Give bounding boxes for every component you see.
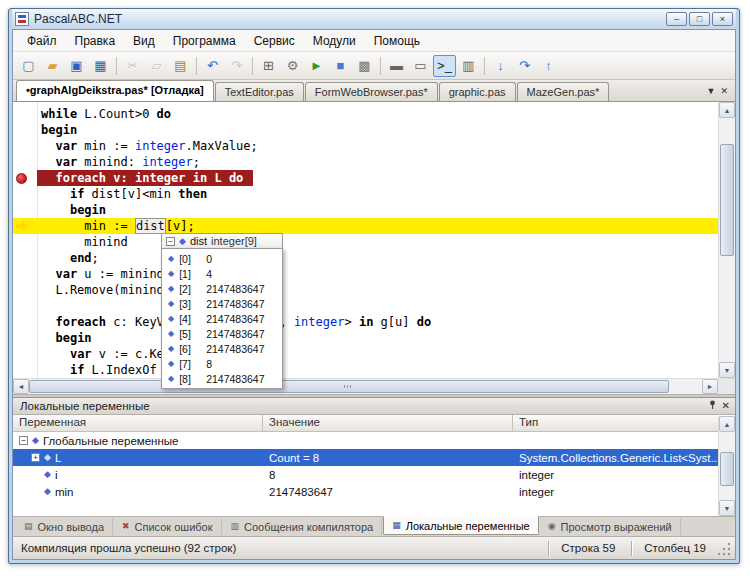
scrollbar-thumb[interactable] bbox=[29, 380, 669, 393]
bottom-tab-output-window[interactable]: ▤Окно вывода bbox=[16, 518, 113, 535]
column-header-type[interactable]: Тип bbox=[513, 415, 718, 431]
variable-row-var-l[interactable]: +◆LCount = 8System.Collections.Generic.L… bbox=[13, 449, 718, 466]
menu-item-view[interactable]: Вид bbox=[125, 32, 163, 50]
menu-item-file[interactable]: Файл bbox=[19, 32, 65, 50]
scroll-down-icon[interactable]: ▼ bbox=[719, 500, 735, 516]
variables-vertical-scrollbar[interactable]: ▲ ▼ bbox=[718, 416, 735, 516]
title-bar[interactable]: PascalABC.NET – □ × bbox=[12, 9, 736, 29]
expressions-window-button[interactable]: ▥ bbox=[457, 55, 480, 77]
bottom-tab-error-list[interactable]: ✖Список ошибок bbox=[114, 518, 222, 535]
undo-button[interactable]: ↶ bbox=[201, 55, 224, 77]
scroll-up-icon[interactable]: ▲ bbox=[719, 102, 735, 118]
code-line[interactable]: while L.Count>0 do bbox=[13, 106, 718, 122]
step-over-button[interactable]: ↷ bbox=[513, 55, 536, 77]
variable-row-globals-group[interactable]: −◆Глобальные переменные bbox=[13, 432, 718, 449]
code-line[interactable]: begin bbox=[13, 202, 718, 218]
variable-row-var-i[interactable]: ◆i8integer bbox=[13, 466, 718, 483]
code-line[interactable]: end; bbox=[13, 250, 718, 266]
new-file-button[interactable]: ▢ bbox=[17, 55, 40, 77]
tree-expander-icon[interactable]: + bbox=[31, 453, 40, 462]
compile-button[interactable]: ⚙ bbox=[281, 55, 304, 77]
code-line[interactable]: var min := integer.MaxValue; bbox=[13, 138, 718, 154]
tab-close-icon[interactable]: ✕ bbox=[720, 86, 728, 96]
panel-close-icon[interactable]: ✕ bbox=[722, 401, 730, 411]
editor-vertical-scrollbar[interactable]: ▲ ▼ bbox=[718, 102, 735, 378]
scrollbar-thumb[interactable] bbox=[720, 452, 734, 486]
open-file-button[interactable]: ▰ bbox=[41, 55, 64, 77]
scrollbar-track[interactable] bbox=[719, 118, 735, 362]
variable-row-var-min[interactable]: ◆min2147483647integer bbox=[13, 483, 718, 500]
bottom-tab-local-variables[interactable]: ▦Локальные переменные bbox=[383, 516, 539, 535]
scroll-right-icon[interactable]: ► bbox=[702, 379, 718, 394]
menu-item-edit[interactable]: Правка bbox=[67, 32, 124, 50]
save-file-button[interactable]: ▣ bbox=[65, 55, 88, 77]
code-line[interactable]: foreach c: KeyValuePair<integer, integer… bbox=[13, 314, 718, 330]
code-line[interactable]: min := dist[v]; bbox=[13, 218, 718, 234]
paste-button[interactable]: ▤ bbox=[169, 55, 192, 77]
code-segment: foreach bbox=[55, 171, 106, 185]
editor-lines[interactable]: while L.Count>0 dobegin var min := integ… bbox=[13, 102, 718, 378]
code-segment bbox=[41, 251, 70, 265]
scrollbar-track[interactable] bbox=[719, 432, 735, 500]
output-window-button[interactable]: ▬ bbox=[385, 55, 408, 77]
gutter-cell[interactable] bbox=[13, 173, 37, 184]
redo-button[interactable]: ↷ bbox=[225, 55, 248, 77]
scrollbar-thumb[interactable] bbox=[720, 144, 734, 256]
code-line[interactable]: var u := minind; bbox=[13, 266, 718, 282]
column-header-variable[interactable]: Переменная bbox=[13, 415, 263, 431]
menu-item-help[interactable]: Помощь bbox=[366, 32, 428, 50]
scroll-up-icon[interactable]: ▲ bbox=[719, 416, 735, 432]
scrollbar-track[interactable] bbox=[29, 379, 702, 394]
code-line[interactable]: foreach v: integer in L do bbox=[13, 170, 718, 186]
cut-button[interactable]: ✂ bbox=[121, 55, 144, 77]
tab-formwebbrowser[interactable]: FormWebBrowser.pas* bbox=[305, 82, 438, 101]
tooltip-value: 4 bbox=[206, 268, 212, 280]
code-line[interactable] bbox=[13, 298, 718, 314]
code-segment: do bbox=[157, 107, 171, 121]
menu-item-service[interactable]: Сервис bbox=[246, 32, 303, 50]
breakpoints-window-button[interactable]: ▩ bbox=[353, 55, 376, 77]
bottom-tab-watch-expressions[interactable]: ◉Просмотр выражений bbox=[540, 518, 681, 535]
tab-mazegen[interactable]: MazeGen.pas* bbox=[517, 82, 610, 101]
tooltip-collapse-icon[interactable]: − bbox=[166, 237, 175, 246]
menu-item-program[interactable]: Программа bbox=[165, 32, 244, 50]
gutter-cell[interactable] bbox=[13, 221, 37, 231]
bottom-tab-compiler-messages[interactable]: ▥Сообщения компилятора bbox=[223, 518, 383, 535]
pin-icon[interactable] bbox=[708, 400, 717, 412]
column-header-value[interactable]: Значение bbox=[263, 415, 513, 431]
menu-item-modules[interactable]: Модули bbox=[305, 32, 364, 50]
scroll-down-icon[interactable]: ▼ bbox=[719, 362, 735, 378]
panel-title-bar[interactable]: Локальные переменные ✕ bbox=[13, 398, 735, 415]
tab-graphalgdeikstra[interactable]: •graphAlgDeikstra.pas* [Отладка] bbox=[16, 80, 214, 101]
code-line[interactable]: L.Remove(minind); bbox=[13, 282, 718, 298]
code-line[interactable]: begin bbox=[13, 330, 718, 346]
copy-button[interactable]: ▱ bbox=[145, 55, 168, 77]
code-line[interactable]: var minind: integer; bbox=[13, 154, 718, 170]
code-line[interactable]: if dist[v]<min then bbox=[13, 186, 718, 202]
maximize-button[interactable]: □ bbox=[689, 12, 710, 26]
console-window-button[interactable]: ▭ bbox=[409, 55, 432, 77]
breakpoint-icon[interactable] bbox=[16, 173, 27, 184]
minimize-button[interactable]: – bbox=[666, 12, 687, 26]
tab-graphic[interactable]: graphic.pas bbox=[439, 82, 516, 101]
show-form-designer-button[interactable]: ⊞ bbox=[257, 55, 280, 77]
step-into-button[interactable]: ↓ bbox=[489, 55, 512, 77]
show-console-button[interactable]: >_ bbox=[433, 55, 456, 77]
tab-texteditor[interactable]: TextEditor.pas bbox=[215, 82, 304, 101]
code-line[interactable]: minind bbox=[13, 234, 718, 250]
run-button[interactable]: ► bbox=[305, 55, 328, 77]
tab-list-dropdown-icon[interactable]: ▼ bbox=[707, 86, 716, 96]
code-line[interactable]: begin bbox=[13, 122, 718, 138]
code-line[interactable]: var v := c.Key; bbox=[13, 346, 718, 362]
editor-horizontal-scrollbar[interactable]: ◄ ► bbox=[13, 378, 735, 394]
tree-expander-icon[interactable]: − bbox=[19, 436, 28, 445]
resize-grip[interactable] bbox=[718, 543, 732, 557]
code-line[interactable]: if L.IndexOf bbox=[13, 362, 718, 378]
scroll-left-icon[interactable]: ◄ bbox=[13, 379, 29, 394]
close-button[interactable]: × bbox=[712, 12, 733, 26]
tooltip-value: 2147483647 bbox=[206, 343, 264, 355]
step-out-button[interactable]: ↑ bbox=[537, 55, 560, 77]
code-editor[interactable]: while L.Count>0 dobegin var min := integ… bbox=[13, 102, 735, 378]
stop-button[interactable]: ■ bbox=[329, 55, 352, 77]
save-all-button[interactable]: ▦ bbox=[89, 55, 112, 77]
